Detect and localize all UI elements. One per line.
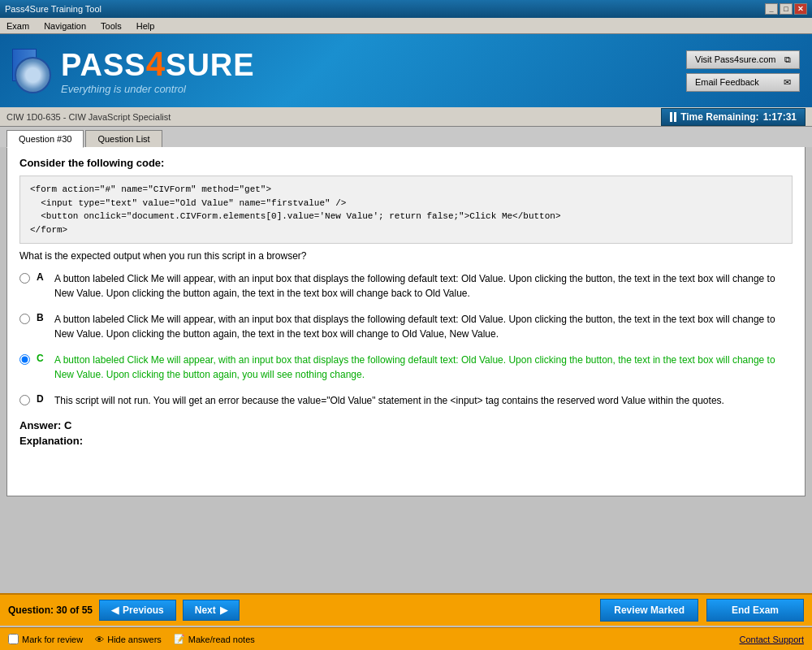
menu-help[interactable]: Help — [133, 20, 158, 32]
menu-navigation[interactable]: Navigation — [41, 20, 89, 32]
explanation-label: Explanation: — [19, 435, 793, 447]
logo-main: PASS4SURE — [61, 47, 255, 81]
title-bar-title: Pass4Sure Training Tool — [5, 4, 102, 14]
option-row-d: D This script will not run. You will get… — [19, 393, 793, 408]
menu-bar: Exam Navigation Tools Help — [0, 18, 812, 34]
tab-question-list[interactable]: Question List — [85, 130, 162, 147]
option-text-a: A button labeled Click Me will appear, w… — [54, 271, 793, 301]
option-letter-d: D — [37, 393, 48, 405]
title-bar: Pass4Sure Training Tool _ □ ✕ — [0, 0, 812, 18]
logo-tagline: Everything is under control — [61, 83, 255, 95]
email-button[interactable]: Email Feedback ✉ — [686, 73, 800, 92]
logo-cd-icon — [12, 49, 53, 93]
code-line-2: <input type="text" value="Old Value" nam… — [30, 197, 782, 210]
review-marked-button[interactable]: Review Marked — [600, 599, 698, 622]
next-arrow-icon: ▶ — [220, 604, 227, 616]
notes-icon: 📝 — [174, 634, 185, 644]
header-logo: PASS4SURE Everything is under control — [12, 47, 255, 95]
header-buttons: Visit Pass4sure.com ⧉ Email Feedback ✉ — [686, 50, 800, 92]
option-radio-c[interactable] — [19, 354, 30, 365]
question-header: Consider the following code: — [19, 157, 793, 169]
pause-icon — [670, 112, 676, 122]
logo-pass: PASS — [61, 48, 146, 82]
hide-answers[interactable]: 👁 Hide answers — [95, 635, 162, 644]
menu-tools[interactable]: Tools — [97, 20, 125, 32]
menu-exam[interactable]: Exam — [3, 20, 32, 32]
code-line-4: </form> — [30, 223, 782, 237]
header: PASS4SURE Everything is under control Vi… — [0, 34, 812, 107]
tabs-bar: Question #30 Question List — [0, 127, 812, 147]
question-text: What is the expected output when you run… — [19, 250, 793, 262]
end-exam-button[interactable]: End Exam — [706, 599, 804, 622]
title-bar-controls[interactable]: _ □ ✕ — [765, 3, 807, 15]
timer-label: Time Remaining: — [680, 111, 758, 123]
option-row-b: B A button labeled Click Me will appear,… — [19, 312, 793, 341]
make-read-notes[interactable]: 📝 Make/read notes — [174, 634, 255, 644]
minimize-button[interactable]: _ — [765, 3, 778, 15]
option-letter-b: B — [37, 312, 48, 323]
logo-disc — [15, 57, 51, 93]
option-row-c: C A button labeled Click Me will appear,… — [19, 353, 793, 382]
bottom-bar: Question: 30 of 55 ◀ Previous Next ▶ Rev… — [0, 593, 812, 626]
option-letter-c: C — [37, 353, 48, 364]
contact-support[interactable]: Contact Support — [740, 635, 805, 644]
code-line-3: <button onclick="document.CIVForm.elemen… — [30, 210, 782, 223]
option-text-b: A button labeled Click Me will appear, w… — [54, 312, 793, 341]
code-line-1: <form action="#" name="CIVForm" method="… — [30, 183, 782, 197]
visit-button[interactable]: Visit Pass4sure.com ⧉ — [686, 50, 800, 69]
bottom-left: Question: 30 of 55 ◀ Previous Next ▶ — [8, 600, 240, 621]
bottom-right: Review Marked End Exam — [600, 599, 804, 622]
previous-arrow-icon: ◀ — [111, 604, 119, 616]
code-block: <form action="#" name="CIVForm" method="… — [19, 176, 793, 244]
next-button[interactable]: Next ▶ — [183, 600, 240, 621]
question-count: Question: 30 of 55 — [8, 604, 93, 616]
breadcrumb: CIW 1D0-635 - CIW JavaScript Specialist — [6, 112, 171, 122]
answer-section: Answer: C Explanation: — [19, 419, 793, 447]
email-icon: ✉ — [784, 77, 791, 88]
timer-value: 1:17:31 — [763, 111, 797, 123]
visit-icon: ⧉ — [784, 54, 791, 65]
logo-sure: SURE — [166, 48, 255, 82]
eye-icon: 👁 — [95, 635, 104, 644]
timer-box: Time Remaining: 1:17:31 — [661, 108, 806, 126]
option-radio-d[interactable] — [19, 395, 30, 405]
option-letter-a: A — [37, 271, 48, 283]
option-radio-a[interactable] — [19, 273, 30, 284]
title-bar-left: Pass4Sure Training Tool — [5, 4, 102, 14]
maximize-button[interactable]: □ — [780, 3, 793, 15]
footer-options: Mark for review 👁 Hide answers 📝 Make/re… — [0, 627, 812, 650]
tab-question[interactable]: Question #30 — [6, 130, 84, 148]
answer-label: Answer: C — [19, 419, 793, 431]
logo-four: 4 — [146, 45, 166, 83]
option-text-d: This script will not run. You will get a… — [54, 393, 724, 408]
mark-for-review[interactable]: Mark for review — [8, 634, 83, 644]
mark-review-checkbox[interactable] — [8, 634, 19, 644]
footer-left: Mark for review 👁 Hide answers 📝 Make/re… — [8, 634, 255, 644]
option-row-a: A A button labeled Click Me will appear,… — [19, 271, 793, 301]
previous-button[interactable]: ◀ Previous — [99, 600, 176, 621]
close-button[interactable]: ✕ — [794, 3, 807, 15]
option-text-c: A button labeled Click Me will appear, w… — [54, 353, 793, 382]
option-radio-b[interactable] — [19, 314, 30, 324]
main-content: Consider the following code: <form actio… — [6, 147, 806, 496]
info-bar: CIW 1D0-635 - CIW JavaScript Specialist … — [0, 107, 812, 127]
logo-text: PASS4SURE Everything is under control — [61, 47, 255, 95]
